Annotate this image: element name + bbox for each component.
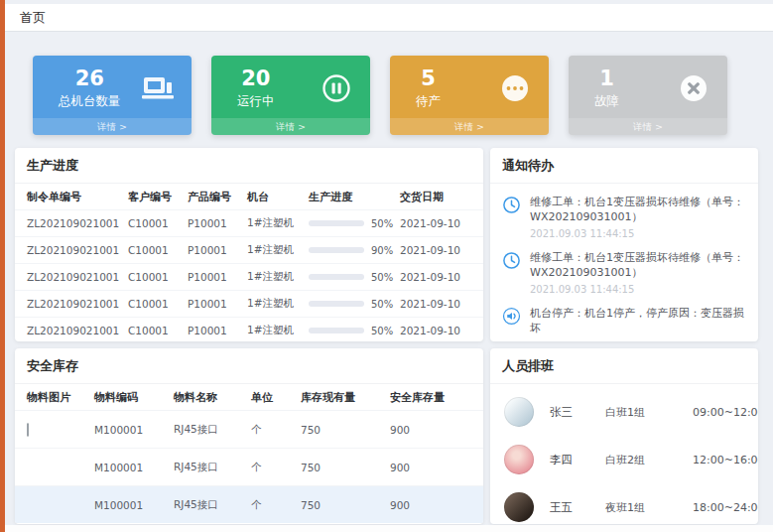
- stat-text: 26 总机台数量: [59, 66, 121, 110]
- product-cell: P10001: [188, 298, 247, 310]
- table-row[interactable]: ZL202109021001 C10001 P10001 1#注塑机 50% 2…: [15, 263, 483, 290]
- column-header: 产品编号: [188, 190, 247, 204]
- table-row[interactable]: ZL202109021001 C10001 P10001 1#注塑机 50% 2…: [15, 209, 483, 236]
- date-cell: 2021-09-10: [400, 298, 471, 310]
- staff-name: 李四: [550, 453, 605, 467]
- stat-detail-link[interactable]: 详情 >: [33, 118, 192, 135]
- staff-shift: 白班1组: [605, 405, 693, 420]
- material-code-cell: M100001: [94, 499, 174, 511]
- notice-item[interactable]: 计划暂停：机台1生产计划已暂停 2021.09.03 11:44:15: [502, 340, 746, 341]
- material-photo: [27, 423, 29, 437]
- clock-icon: [502, 251, 521, 270]
- progress-percent: 50%: [371, 272, 393, 283]
- unit-cell: 个: [251, 461, 301, 474]
- material-name-cell: RJ45接口: [174, 461, 251, 474]
- notice-time: 2021.09.03 11:44:15: [530, 284, 746, 295]
- notice-time: 2021.09.03 11:44:15: [530, 228, 746, 239]
- progress-cell: 50%: [309, 218, 400, 229]
- notice-body: 维修工单：机台1变压器损坏待维修（单号：WX202109031001） 2021…: [530, 250, 746, 295]
- stat-value: 20: [237, 66, 275, 91]
- stat-card-body: 20 运行中: [211, 56, 370, 117]
- stat-value: 26: [59, 66, 121, 91]
- column-header: 生产进度: [309, 190, 400, 204]
- column-header: 物料图片: [27, 390, 94, 405]
- table-row[interactable]: ZL202109021001 C10001 P10001 1#注塑机 90% 2…: [15, 236, 483, 263]
- order-cell: ZL202109021001: [27, 298, 128, 310]
- progress-cell: 50%: [309, 272, 400, 283]
- stat-text: 1 故障: [594, 66, 619, 110]
- machine-cell: 1#注塑机: [247, 297, 309, 311]
- order-cell: ZL202109021001: [27, 325, 128, 336]
- bottom-strip: [5, 525, 773, 532]
- safety-stock-panel: 安全库存 物料图片 物料编码 物料名称 单位 库存现有量 安全库存量 M1000…: [15, 348, 483, 524]
- staff-schedule-panel: 人员排班 张三 白班1组 09:00~12:00 李四 白班2组 12:00~1…: [490, 348, 758, 524]
- date-cell: 2021-09-10: [400, 271, 471, 283]
- stat-card-total-machines[interactable]: 26 总机台数量 详情 >: [33, 56, 192, 135]
- machine-cell: 1#注塑机: [247, 243, 309, 257]
- order-cell: ZL202109021001: [27, 244, 128, 256]
- avatar: [504, 445, 534, 474]
- unit-cell: 个: [251, 423, 301, 437]
- stat-card-waiting[interactable]: 5 待产 详情 >: [390, 56, 549, 135]
- table-row[interactable]: M100001 RJ45接口 个 750 900: [15, 410, 483, 448]
- schedule-row: 张三 白班1组 09:00~12:00: [504, 388, 744, 436]
- stat-detail-link[interactable]: 详情 >: [390, 118, 549, 135]
- clock-icon: [502, 196, 521, 214]
- stat-cards-row: 26 总机台数量 详情 > 20 运行中: [33, 56, 727, 135]
- table-row[interactable]: ZL202109021001 C10001 P10001 1#注塑机 50% 2…: [15, 290, 483, 317]
- stat-card-body: 1 故障: [569, 56, 727, 117]
- running-icon: [319, 70, 354, 106]
- column-header: 库存现有量: [301, 390, 390, 405]
- stat-label: 总机台数量: [59, 93, 121, 110]
- progress-bar: [309, 328, 364, 333]
- product-cell: P10001: [188, 325, 247, 336]
- stat-value: 5: [416, 66, 441, 91]
- tabs-bar: 首页: [5, 4, 773, 32]
- machine-icon: [140, 70, 176, 106]
- avatar: [504, 397, 534, 427]
- stat-card-running[interactable]: 20 运行中 详情 >: [211, 56, 370, 135]
- speaker-icon: [502, 307, 521, 326]
- machine-cell: 1#注塑机: [247, 324, 309, 337]
- stat-detail-link[interactable]: 详情 >: [211, 118, 370, 135]
- stat-card-body: 26 总机台数量: [33, 56, 192, 117]
- column-header: 物料编码: [94, 390, 174, 405]
- notice-item[interactable]: 维修工单：机台1变压器损坏待维修（单号：WX202109031001） 2021…: [502, 244, 746, 300]
- table-row[interactable]: M100001 RJ45接口 个 750 900: [15, 448, 483, 485]
- notice-body: 维修工单：机台1变压器损坏待维修（单号：WX202109031001） 2021…: [530, 195, 746, 239]
- stock-cell: 750: [301, 424, 390, 436]
- notice-text: 维修工单：机台1变压器损坏待维修（单号：WX202109031001）: [530, 195, 746, 225]
- progress-cell: 90%: [309, 245, 400, 256]
- production-table-header: 制令单编号 客户编号 产品编号 机台 生产进度 交货日期: [15, 184, 483, 209]
- panel-title: 通知待办: [490, 148, 758, 184]
- progress-bar: [309, 274, 364, 280]
- stat-card-body: 5 待产: [390, 56, 549, 117]
- safety-stock-cell: 900: [390, 462, 471, 473]
- waiting-icon: [497, 70, 533, 106]
- customer-cell: C10001: [128, 298, 188, 310]
- material-code-cell: M100001: [94, 462, 174, 473]
- table-row[interactable]: M100001 RJ45接口 个 750 900: [15, 485, 483, 523]
- progress-bar: [309, 301, 364, 307]
- notice-item[interactable]: 机台停产：机台1停产，停产原因：变压器损坏: [502, 300, 746, 341]
- column-header: 安全库存量: [390, 390, 471, 405]
- avatar: [504, 492, 534, 522]
- notifications-panel: 通知待办 维修工单：机台1变压器损坏待维修（单号：WX202109031001）…: [490, 148, 758, 341]
- tab-home[interactable]: 首页: [20, 9, 46, 27]
- stat-label: 运行中: [237, 93, 275, 110]
- material-name-cell: RJ45接口: [174, 498, 251, 512]
- stat-label: 待产: [416, 93, 441, 110]
- notice-item[interactable]: 维修工单：机台1变压器损坏待维修（单号：WX202109031001） 2021…: [502, 189, 746, 244]
- column-header: 物料名称: [174, 390, 251, 405]
- material-photo-cell: [27, 424, 94, 436]
- schedule-list: 张三 白班1组 09:00~12:00 李四 白班2组 12:00~16:00 …: [490, 384, 758, 524]
- machine-cell: 1#注塑机: [247, 270, 309, 284]
- left-edge-strip: [0, 0, 5, 532]
- staff-time: 12:00~16:00: [693, 454, 758, 466]
- table-row[interactable]: ZL202109021001 C10001 P10001 1#注塑机 50% 2…: [15, 317, 483, 341]
- panel-title: 生产进度: [15, 148, 483, 184]
- stat-card-fault[interactable]: 1 故障 详情 >: [569, 56, 727, 135]
- notice-list: 维修工单：机台1变压器损坏待维修（单号：WX202109031001） 2021…: [490, 184, 758, 341]
- column-header: 交货日期: [400, 190, 471, 204]
- stat-detail-link[interactable]: 详情 >: [569, 118, 727, 135]
